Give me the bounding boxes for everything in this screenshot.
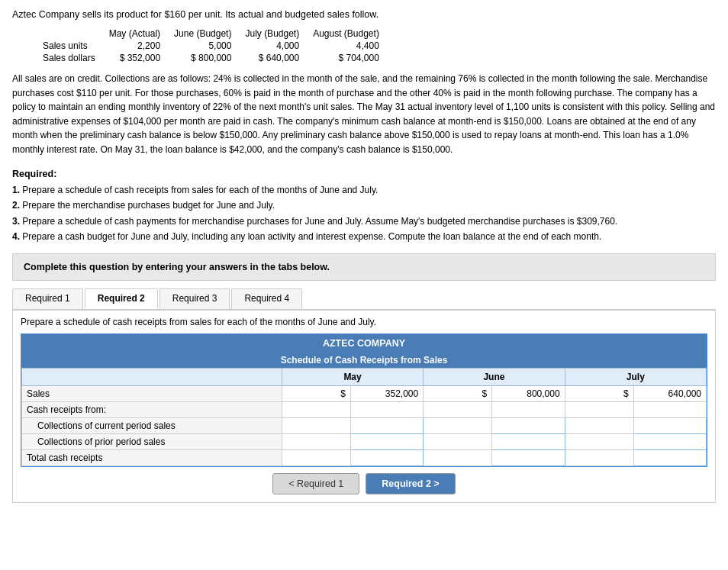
sales-dollars-august: $ 704,000 bbox=[310, 52, 390, 64]
sales-units-july: 4,000 bbox=[242, 40, 310, 52]
data-table-wrapper: AZTEC COMPANY Schedule of Cash Receipts … bbox=[21, 333, 707, 467]
col-header-label bbox=[22, 369, 282, 386]
sales-may-sym: $ bbox=[282, 386, 350, 402]
req-item-1: 1. Prepare a schedule of cash receipts f… bbox=[12, 182, 716, 198]
table-title: AZTEC COMPANY bbox=[21, 334, 707, 353]
col-header-may: May bbox=[282, 369, 423, 386]
total-july-input[interactable] bbox=[639, 452, 701, 463]
req-text-4: Prepare a cash budget for June and July,… bbox=[22, 231, 601, 242]
sales-dollars-july: $ 640,000 bbox=[242, 52, 310, 64]
next-button[interactable]: Required 2 > bbox=[366, 473, 455, 494]
table-row-current-collections: Collections of current period sales bbox=[22, 418, 707, 434]
tab-instruction: Prepare a schedule of cash receipts from… bbox=[21, 317, 707, 327]
empty-header bbox=[43, 27, 106, 40]
cr-header-july-sym bbox=[565, 402, 633, 418]
sales-dollars-label: Sales dollars bbox=[43, 52, 106, 64]
prior-july-sym bbox=[565, 434, 633, 450]
tab-required-4[interactable]: Required 4 bbox=[231, 288, 302, 309]
sales-header-row: May (Actual) June (Budget) July (Budget)… bbox=[43, 27, 390, 40]
tab-content-area: Prepare a schedule of cash receipts from… bbox=[12, 311, 716, 503]
req-item-4: 4. Prepare a cash budget for June and Ju… bbox=[12, 229, 716, 244]
sales-july-val: 640,000 bbox=[633, 386, 706, 402]
table-row-prior-collections: Collections of prior period sales bbox=[22, 434, 707, 450]
total-label: Total cash receipts bbox=[22, 450, 282, 466]
req-text-1: Prepare a schedule of cash receipts from… bbox=[22, 185, 378, 195]
may-header: May (Actual) bbox=[106, 27, 171, 40]
prior-july-input[interactable] bbox=[639, 436, 701, 447]
table-row-sales: Sales $ 352,000 $ 800,000 $ 640,000 bbox=[22, 386, 707, 402]
total-june-val[interactable] bbox=[492, 450, 565, 466]
july-header: July (Budget) bbox=[242, 27, 310, 40]
tab-required-1[interactable]: Required 1 bbox=[12, 288, 83, 309]
current-june-val[interactable] bbox=[492, 418, 565, 434]
sales-data-table: May (Actual) June (Budget) July (Budget)… bbox=[43, 27, 390, 64]
col-header-june: June bbox=[424, 369, 565, 386]
cr-header-may-sym bbox=[282, 402, 350, 418]
sales-may-val: 352,000 bbox=[350, 386, 423, 402]
prev-button[interactable]: < Required 1 bbox=[272, 473, 359, 494]
req-item-3: 3. Prepare a schedule of cash payments f… bbox=[12, 214, 716, 229]
sales-june-val: 800,000 bbox=[492, 386, 565, 402]
sales-dollars-june: $ 800,000 bbox=[171, 52, 242, 64]
complete-box-text: Complete this question by entering your … bbox=[24, 262, 330, 272]
complete-box: Complete this question by entering your … bbox=[12, 253, 716, 281]
prior-collections-label: Collections of prior period sales bbox=[22, 434, 282, 450]
total-may-val[interactable] bbox=[350, 450, 423, 466]
table-row-cash-receipts-header: Cash receipts from: bbox=[22, 402, 707, 418]
total-july-sym bbox=[565, 450, 633, 466]
total-july-val[interactable] bbox=[633, 450, 706, 466]
current-collections-label: Collections of current period sales bbox=[22, 418, 282, 434]
table-header-row: May June July bbox=[22, 369, 707, 386]
intro-text: Aztec Company sells its product for $160… bbox=[12, 9, 716, 20]
required-title: Required: bbox=[12, 169, 56, 179]
cash-receipts-header-label: Cash receipts from: bbox=[22, 402, 282, 418]
august-header: August (Budget) bbox=[310, 27, 390, 40]
current-june-input[interactable] bbox=[497, 420, 559, 431]
req-text-2: Prepare the merchandise purchases budget… bbox=[22, 200, 275, 211]
prior-may-sym bbox=[282, 434, 350, 450]
req-text-3: Prepare a schedule of cash payments for … bbox=[22, 216, 617, 227]
sales-row-label: Sales bbox=[22, 386, 282, 402]
tabs-bar: Required 1 Required 2 Required 3 Require… bbox=[12, 288, 716, 311]
sales-june-sym: $ bbox=[424, 386, 492, 402]
june-header: June (Budget) bbox=[171, 27, 242, 40]
total-june-input[interactable] bbox=[497, 452, 559, 463]
total-may-sym bbox=[282, 450, 350, 466]
tab-required-3[interactable]: Required 3 bbox=[159, 288, 230, 309]
cr-header-july-val bbox=[633, 402, 706, 418]
total-may-input[interactable] bbox=[356, 452, 418, 463]
prior-june-input[interactable] bbox=[497, 436, 559, 447]
sales-units-may: 2,200 bbox=[106, 40, 171, 52]
tab-required-2[interactable]: Required 2 bbox=[85, 288, 158, 309]
prior-june-val[interactable] bbox=[492, 434, 565, 450]
prior-june-sym bbox=[424, 434, 492, 450]
req-num-4: 4. bbox=[12, 231, 20, 242]
prior-july-val[interactable] bbox=[633, 434, 706, 450]
current-july-sym bbox=[565, 418, 633, 434]
current-may-sym bbox=[282, 418, 350, 434]
req-num-2: 2. bbox=[12, 200, 20, 211]
prior-may-input[interactable] bbox=[356, 436, 418, 447]
cr-header-may-val bbox=[350, 402, 423, 418]
req-item-2: 2. Prepare the merchandise purchases bud… bbox=[12, 198, 716, 213]
sales-july-sym: $ bbox=[565, 386, 633, 402]
cr-header-june-val bbox=[492, 402, 565, 418]
current-may-val[interactable] bbox=[350, 418, 423, 434]
description-text: All sales are on credit. Collections are… bbox=[12, 72, 716, 157]
prior-may-val[interactable] bbox=[350, 434, 423, 450]
nav-buttons: < Required 1 Required 2 > bbox=[21, 473, 707, 494]
req-num-3: 3. bbox=[12, 216, 20, 227]
sales-dollars-row: Sales dollars $ 352,000 $ 800,000 $ 640,… bbox=[43, 52, 390, 64]
cash-receipts-table: May June July Sales $ 352,000 $ 800,000 … bbox=[21, 368, 707, 466]
current-july-input[interactable] bbox=[639, 420, 701, 431]
current-july-val[interactable] bbox=[633, 418, 706, 434]
sales-units-row: Sales units 2,200 5,000 4,000 4,400 bbox=[43, 40, 390, 52]
req-num-1: 1. bbox=[12, 185, 20, 195]
table-row-total: Total cash receipts bbox=[22, 450, 707, 466]
total-june-sym bbox=[424, 450, 492, 466]
sales-dollars-may: $ 352,000 bbox=[106, 52, 171, 64]
current-may-input[interactable] bbox=[356, 420, 418, 431]
col-header-july: July bbox=[565, 369, 706, 386]
sales-units-june: 5,000 bbox=[171, 40, 242, 52]
current-june-sym bbox=[424, 418, 492, 434]
